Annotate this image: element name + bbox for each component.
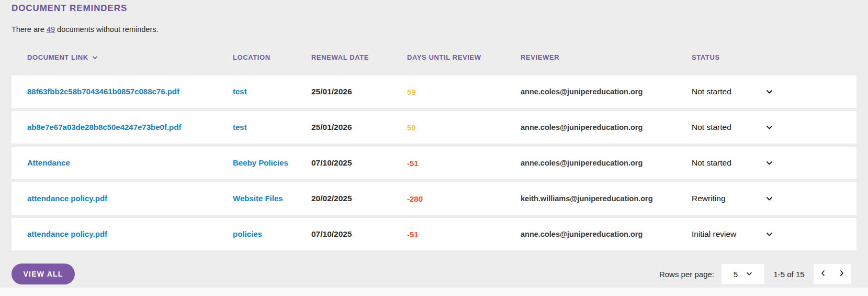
subtitle: There are 49 documents without reminders… — [12, 25, 159, 34]
status-dropdown[interactable]: Rewriting — [692, 194, 856, 203]
location-link[interactable]: Website Files — [233, 194, 283, 203]
column-header-days-until-review[interactable]: DAYS UNTIL REVIEW — [407, 53, 521, 61]
chevron-down-icon — [766, 125, 773, 130]
days-until-review: 59 — [407, 87, 521, 96]
view-all-button[interactable]: VIEW ALL — [12, 264, 75, 284]
subtitle-prefix: There are — [12, 25, 47, 34]
reviewer-email: anne.coles@junipereducation.org — [521, 230, 692, 238]
rows-per-page-value: 5 — [734, 270, 738, 279]
status-value: Rewriting — [692, 194, 766, 203]
document-link[interactable]: attendance policy.pdf — [27, 229, 107, 238]
page-title: DOCUMENT REMINDERS — [12, 3, 127, 14]
sort-chevron-down-icon — [92, 56, 98, 60]
documents-without-reminders-link[interactable]: 49 — [47, 25, 55, 34]
location-link[interactable]: test — [233, 87, 247, 96]
table-row: 88f63fbb2c58b7043461b0857c088c76.pdf tes… — [12, 75, 856, 108]
renewal-date: 07/10/2025 — [311, 229, 407, 239]
document-link[interactable]: ab8e7e67a03de28b8c50e4247e73be0f.pdf — [27, 123, 181, 131]
reviewer-email: anne.coles@junipereducation.org — [521, 159, 692, 167]
days-until-review: -280 — [407, 194, 521, 203]
document-link[interactable]: 88f63fbb2c58b7043461b0857c088c76.pdf — [27, 87, 179, 96]
status-value: Not started — [692, 158, 766, 168]
pager — [814, 264, 851, 284]
location-link[interactable]: Beeby Policies — [233, 158, 288, 167]
status-value: Not started — [692, 123, 766, 132]
rows-per-page-select[interactable]: 5 — [722, 264, 764, 284]
chevron-down-icon — [766, 232, 773, 237]
table-row: attendance policy.pdf Website Files 20/0… — [12, 182, 856, 215]
column-header-renewal-date[interactable]: RENEWAL DATE — [311, 53, 407, 61]
subtitle-suffix: documents without reminders. — [55, 25, 158, 34]
renewal-date: 25/01/2026 — [311, 87, 407, 96]
chevron-down-icon — [766, 161, 773, 166]
column-header-location[interactable]: LOCATION — [233, 53, 311, 61]
document-reminders-panel: DOCUMENT REMINDERS There are 49 document… — [0, 0, 868, 296]
reviewer-email: anne.coles@junipereducation.org — [521, 123, 692, 131]
status-dropdown[interactable]: Not started — [692, 123, 856, 132]
bottom-edge — [0, 288, 868, 296]
pagination: Rows per page: 5 1-5 of 15 — [659, 264, 851, 284]
chevron-down-icon — [766, 196, 773, 201]
chevron-right-icon — [839, 270, 844, 278]
status-dropdown[interactable]: Not started — [692, 87, 856, 96]
document-link[interactable]: attendance policy.pdf — [27, 194, 107, 203]
status-value: Not started — [692, 87, 766, 96]
reviewer-email: keith.williams@junipereducation.org — [521, 194, 692, 203]
table-body: 88f63fbb2c58b7043461b0857c088c76.pdf tes… — [12, 75, 856, 254]
chevron-down-icon — [766, 90, 773, 94]
table-row: Attendance Beeby Policies 07/10/2025 -51… — [12, 147, 856, 179]
days-until-review: -51 — [407, 159, 521, 168]
next-page-button[interactable] — [836, 269, 848, 279]
column-header-status[interactable]: STATUS — [692, 53, 856, 61]
days-until-review: -51 — [407, 230, 521, 239]
chevron-left-icon — [820, 270, 826, 278]
reviewer-email: anne.coles@junipereducation.org — [521, 87, 692, 96]
previous-page-button[interactable] — [817, 269, 829, 279]
renewal-date: 07/10/2025 — [311, 158, 407, 168]
table-row: ab8e7e67a03de28b8c50e4247e73be0f.pdf tes… — [12, 111, 856, 144]
table-header: DOCUMENT LINK LOCATION RENEWAL DATE DAYS… — [12, 51, 856, 63]
column-header-reviewer[interactable]: REVIEWER — [521, 53, 692, 61]
rows-per-page-label: Rows per page: — [659, 270, 714, 279]
table-row: attendance policy.pdf policies 07/10/202… — [12, 218, 856, 250]
status-value: Initial review — [692, 229, 766, 239]
column-header-document-link[interactable]: DOCUMENT LINK — [27, 53, 233, 61]
document-link[interactable]: Attendance — [27, 158, 70, 167]
status-dropdown[interactable]: Initial review — [692, 229, 856, 239]
page-range-label: 1-5 of 15 — [773, 270, 805, 279]
location-link[interactable]: policies — [233, 229, 262, 238]
renewal-date: 20/02/2025 — [311, 194, 407, 203]
status-dropdown[interactable]: Not started — [692, 158, 856, 168]
chevron-down-icon — [746, 272, 752, 276]
days-until-review: 59 — [407, 123, 521, 132]
renewal-date: 25/01/2026 — [311, 123, 407, 132]
location-link[interactable]: test — [233, 123, 247, 131]
